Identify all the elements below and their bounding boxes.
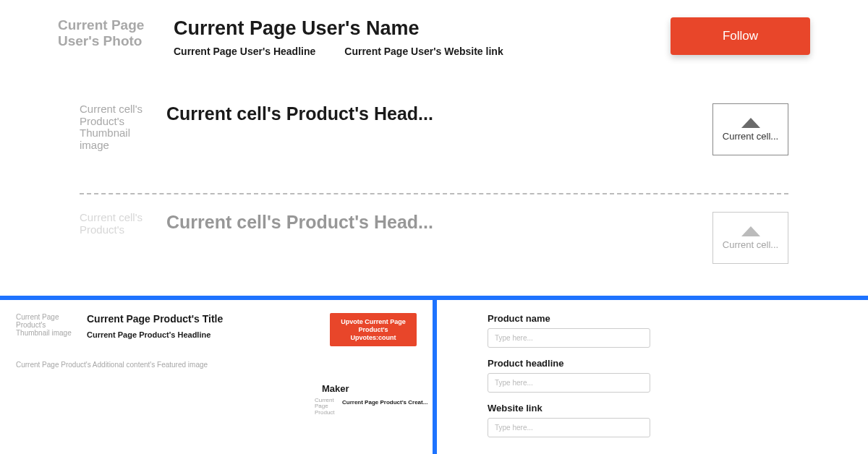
product-headline: Current cell's Product's Head... xyxy=(166,212,691,233)
upvote-button[interactable]: Upvote Current Page Product's Upvotes:co… xyxy=(330,313,417,346)
product-detail-header: Current Page Product's Thumbnail image C… xyxy=(16,313,417,346)
product-list: Current cell's Product's Thumbnail image… xyxy=(58,86,810,301)
maker-photo-placeholder: Current Page Product xyxy=(315,398,338,416)
upvote-count-label: Current cell... xyxy=(723,239,778,250)
featured-image-placeholder: Current Page Product's Additional conten… xyxy=(16,361,417,369)
upvote-icon xyxy=(741,118,760,128)
maker-heading: Maker xyxy=(322,383,427,394)
product-detail-screen: Current Page Product's Thumbnail image C… xyxy=(0,300,433,454)
form-group-product-name: Product name xyxy=(488,313,817,348)
product-thumbnail-placeholder: Current cell's Product's Thumbnail image xyxy=(80,103,145,151)
product-headline-input[interactable] xyxy=(488,373,650,393)
product-headline: Current cell's Product's Head... xyxy=(166,103,691,124)
website-link-label: Website link xyxy=(488,403,817,414)
product-thumbnail-placeholder: Current Page Product's Thumbnail image xyxy=(16,313,74,337)
maker-row: Current Page Product Current Page Produc… xyxy=(315,398,427,416)
profile-screen: Current Page User's Photo Current Page U… xyxy=(0,0,868,296)
product-name-input[interactable] xyxy=(488,328,650,348)
profile-website-link[interactable]: Current Page User's Website link xyxy=(344,46,503,57)
form-group-product-headline: Product headline xyxy=(488,358,817,393)
product-row[interactable]: Current cell's Product's Current cell's … xyxy=(58,194,810,301)
form-group-website-link: Website link xyxy=(488,403,817,437)
upvote-button[interactable]: Current cell... xyxy=(712,103,788,155)
maker-section: Maker Current Page Product Current Page … xyxy=(315,383,427,416)
product-row[interactable]: Current cell's Product's Thumbnail image… xyxy=(58,86,810,193)
product-headline: Current Page Product's Headline xyxy=(87,330,317,339)
product-headline-label: Product headline xyxy=(488,358,817,369)
product-name-label: Product name xyxy=(488,313,817,324)
website-link-input[interactable] xyxy=(488,418,650,437)
follow-button[interactable]: Follow xyxy=(671,17,810,55)
profile-headline: Current Page User's Headline xyxy=(174,46,315,57)
profile-subrow: Current Page User's Headline Current Pag… xyxy=(174,46,649,57)
maker-creator-name: Current Page Product's Creat... xyxy=(342,399,427,406)
product-title: Current Page Product's Title xyxy=(87,313,317,325)
profile-name: Current Page User's Name xyxy=(174,17,649,40)
upvote-count-label: Current cell... xyxy=(723,131,778,142)
product-detail-info: Current Page Product's Title Current Pag… xyxy=(87,313,317,339)
profile-photo-placeholder: Current Page User's Photo xyxy=(58,17,152,49)
product-thumbnail-placeholder: Current cell's Product's xyxy=(80,212,145,236)
profile-header: Current Page User's Photo Current Page U… xyxy=(58,17,810,57)
upvote-icon xyxy=(741,226,760,236)
upvote-button[interactable]: Current cell... xyxy=(712,212,788,264)
product-form-screen: Product name Product headline Website li… xyxy=(437,300,868,454)
profile-info: Current Page User's Name Current Page Us… xyxy=(174,17,649,57)
